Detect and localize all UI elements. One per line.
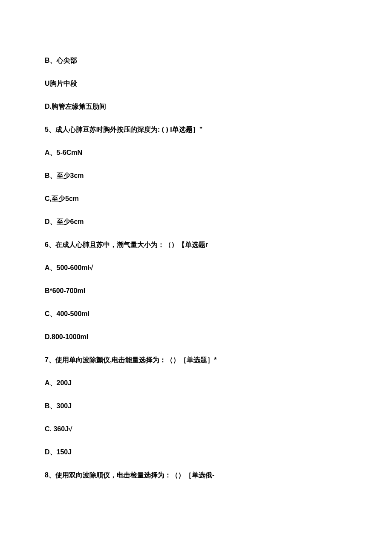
option-7a: A、200J: [45, 378, 347, 388]
text-content: B、300J: [45, 402, 72, 410]
option-b-line: B、心尖部: [45, 55, 347, 66]
option-7b: B、300J: [45, 401, 347, 411]
text-content: C、400-500ml: [45, 310, 89, 317]
text-content: C. 360J√: [45, 425, 72, 433]
question-8: 8、使用双向波除顺仪，电击检量选择为：（）［单选俄-: [45, 470, 347, 480]
text-content: 5、成人心肺豆苏时胸外按压的深度为: ( ) I单选题］": [45, 126, 202, 133]
option-5b: B、至少3cm: [45, 171, 347, 181]
option-u-line: U胸片中段: [45, 78, 347, 89]
option-6c: C、400-500ml: [45, 309, 347, 319]
text-content: D.800-1000ml: [45, 333, 88, 340]
question-6: 6、在成人心肺且苏中，潮气量大小为：（）【单选题r: [45, 240, 347, 250]
option-7c: C. 360J√: [45, 424, 347, 434]
option-6d: D.800-1000ml: [45, 332, 347, 342]
option-6b: B*600-700ml: [45, 286, 347, 296]
option-5c: C,至少5cm: [45, 194, 347, 204]
text-content: A、5-6CmN: [45, 149, 82, 156]
text-content: C,至少5cm: [45, 195, 79, 202]
text-content: D.胸管左缘第五肋间: [45, 103, 106, 110]
option-6a: A、500-600ml√: [45, 263, 347, 273]
text-content: A、200J: [45, 379, 72, 386]
question-7: 7、使用单向波除颤仪,电击能量选择为：（）［单选题］*: [45, 355, 347, 365]
text-content: B、心尖部: [45, 57, 77, 64]
text-content: 6、在成人心肺且苏中，潮气量大小为：（）【单选题r: [45, 241, 208, 248]
text-content: U胸片中段: [45, 80, 77, 87]
text-content: A、500-600ml√: [45, 264, 93, 271]
option-d-line: D.胸管左缘第五肋间: [45, 102, 347, 112]
text-content: B*600-700ml: [45, 287, 85, 294]
text-content: 7、使用单向波除颤仪,电击能量选择为：（）［单选题］*: [45, 356, 217, 363]
option-5d: D、至少6cm: [45, 217, 347, 227]
text-content: D、150J: [45, 448, 72, 456]
text-content: 8、使用双向波除顺仪，电击检量选择为：（）［单选俄-: [45, 471, 214, 479]
text-content: D、至少6cm: [45, 218, 84, 225]
option-7d: D、150J: [45, 447, 347, 457]
text-content: B、至少3cm: [45, 172, 84, 179]
question-5: 5、成人心肺豆苏时胸外按压的深度为: ( ) I单选题］": [45, 125, 347, 135]
option-5a: A、5-6CmN: [45, 148, 347, 158]
